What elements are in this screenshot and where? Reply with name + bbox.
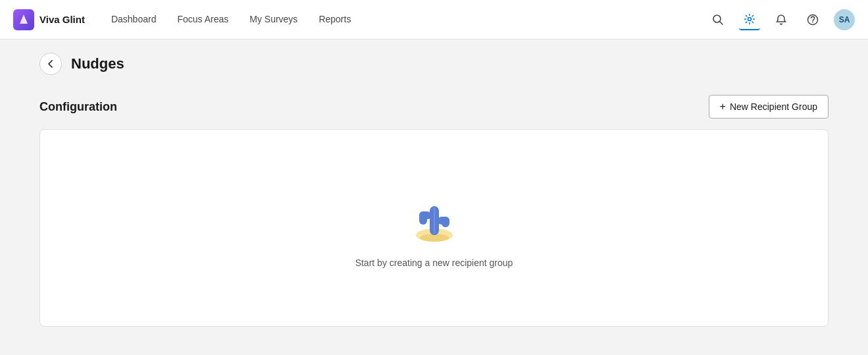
search-icon[interactable] (707, 9, 728, 30)
svg-rect-11 (419, 211, 427, 225)
config-title: Configuration (39, 100, 117, 114)
new-recipient-group-button[interactable]: + New Recipient Group (709, 95, 829, 119)
nav-my-surveys[interactable]: My Surveys (249, 14, 297, 26)
empty-state-text: Start by creating a new recipient group (355, 258, 513, 268)
plus-icon: + (720, 101, 726, 113)
back-arrow-icon (46, 59, 55, 68)
cactus-illustration (405, 188, 464, 247)
help-icon[interactable] (802, 9, 823, 30)
svg-point-6 (812, 22, 813, 23)
viva-glint-logo (13, 9, 34, 30)
empty-state-card: Start by creating a new recipient group (39, 129, 829, 327)
nav-actions: SA (707, 9, 855, 30)
svg-rect-13 (442, 217, 449, 227)
brand-name: Viva Glint (39, 14, 85, 25)
nav-focus-areas[interactable]: Focus Areas (177, 14, 228, 26)
svg-line-3 (720, 21, 723, 24)
config-section: Configuration + New Recipient Group (39, 95, 829, 327)
top-navbar: Viva Glint Dashboard Focus Areas My Surv… (0, 0, 868, 40)
back-button[interactable] (39, 53, 62, 75)
new-group-label: New Recipient Group (730, 101, 817, 112)
page-header: Nudges (39, 53, 829, 75)
notifications-icon[interactable] (771, 9, 792, 30)
page-title: Nudges (71, 55, 124, 72)
main-content: Nudges Configuration + New Recipient Gro… (0, 40, 868, 340)
nav-reports[interactable]: Reports (319, 14, 351, 26)
nav-links: Dashboard Focus Areas My Surveys Reports (111, 14, 707, 26)
brand: Viva Glint (13, 9, 85, 30)
svg-point-4 (748, 17, 752, 20)
user-avatar[interactable]: SA (834, 9, 855, 30)
config-header: Configuration + New Recipient Group (39, 95, 829, 119)
nav-dashboard[interactable]: Dashboard (111, 14, 157, 26)
settings-icon[interactable] (739, 9, 760, 30)
